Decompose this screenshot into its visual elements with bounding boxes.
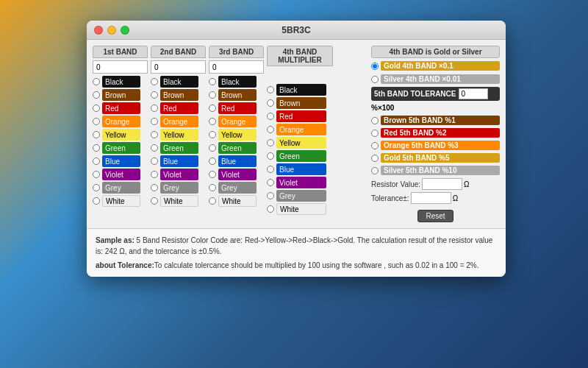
gold5-row[interactable]: Gold 5th BAND %5 xyxy=(371,152,500,163)
gold-4th-label: Gold 4th BAND ×0.1 xyxy=(381,61,500,71)
band-3-green[interactable]: Green xyxy=(209,142,264,154)
maximize-button[interactable] xyxy=(121,26,129,35)
brown5-row[interactable]: Brown 5th BAND %1 xyxy=(371,115,500,126)
silver5-row[interactable]: Silver 5th BAND %10 xyxy=(371,165,500,176)
gold-4th-row[interactable]: Gold 4th BAND ×0.1 xyxy=(371,60,500,71)
silver-4th-label: Silver 4th BAND ×0.01 xyxy=(381,74,500,84)
sample-bold: Sample as: xyxy=(96,236,135,244)
window-title: 5BR3C xyxy=(282,25,310,35)
band-4-brown[interactable]: Brown xyxy=(267,97,333,109)
band-3-orange[interactable]: Orange xyxy=(209,116,264,127)
band-4-black[interactable]: Black xyxy=(267,84,333,96)
silver5-label: Silver 5th BAND %10 xyxy=(381,166,500,175)
band-4-column: 4th BAND MULTIPLIER Black Brown Red Oran… xyxy=(267,46,333,222)
band-1-green[interactable]: Green xyxy=(93,142,148,154)
orange5-row[interactable]: Orange 5th BAND %3 xyxy=(371,140,500,151)
tolerance-line: about Tolerance:To calculate tolercance … xyxy=(96,260,497,271)
band-2-white[interactable]: White xyxy=(151,195,206,207)
band-3-black[interactable]: Black xyxy=(209,76,264,88)
band-3-column: 3rd BAND Black Brown Red Orange Yellow G… xyxy=(209,46,264,222)
band-3-yellow[interactable]: Yellow xyxy=(209,129,264,141)
tolerance-input[interactable] xyxy=(459,88,488,99)
right-panel: 4th BAND is Gold or Silver Gold 4th BAND… xyxy=(371,46,500,222)
tolerance-bold: about Tolerance: xyxy=(96,261,154,269)
gold5-radio[interactable] xyxy=(371,155,379,162)
silver5-radio[interactable] xyxy=(371,167,379,174)
bands-section: 1st BAND Black Brown Red Orange Yellow G… xyxy=(93,46,367,222)
band-1-column: 1st BAND Black Brown Red Orange Yellow G… xyxy=(93,46,148,222)
band-3-white[interactable]: White xyxy=(209,195,264,207)
sample-line: Sample as: 5 Band Resistor Color Code ar… xyxy=(96,235,497,257)
band-3-input[interactable] xyxy=(209,60,264,74)
silver-4th-radio[interactable] xyxy=(371,76,379,83)
band-2-input[interactable] xyxy=(151,60,206,74)
band-2-orange[interactable]: Orange xyxy=(151,116,206,127)
band-1-grey[interactable]: Grey xyxy=(93,182,148,194)
band-1-brown[interactable]: Brown xyxy=(93,89,148,101)
band-4-header: 4th BAND MULTIPLIER xyxy=(267,46,333,66)
band-2-violet[interactable]: Violet xyxy=(151,169,206,180)
band-2-black[interactable]: Black xyxy=(151,76,206,88)
resistor-value-input[interactable] xyxy=(422,178,462,190)
band-2-header: 2nd BAND xyxy=(151,46,206,58)
band-1-blue[interactable]: Blue xyxy=(93,155,148,167)
reset-button[interactable]: Reset xyxy=(417,210,453,222)
red5-label: Red 5th BAND %2 xyxy=(381,128,500,138)
band-2-yellow[interactable]: Yellow xyxy=(151,129,206,141)
red5-row[interactable]: Red 5th BAND %2 xyxy=(371,127,500,138)
band-1-white[interactable]: White xyxy=(93,195,148,207)
band-3-blue[interactable]: Blue xyxy=(209,155,264,167)
window-buttons xyxy=(94,26,129,35)
band-2-brown[interactable]: Brown xyxy=(151,89,206,101)
main-content: 1st BAND Black Brown Red Orange Yellow G… xyxy=(87,40,506,228)
band-4-grey[interactable]: Grey xyxy=(267,190,333,202)
silver-4th-row[interactable]: Silver 4th BAND ×0.01 xyxy=(371,74,500,85)
right-panel-header: 4th BAND is Gold or Silver xyxy=(371,46,500,58)
close-button[interactable] xyxy=(94,26,103,35)
band-3-violet[interactable]: Violet xyxy=(209,169,264,180)
band5-rows: Brown 5th BAND %1 Red 5th BAND %2 Orange… xyxy=(371,115,500,176)
tolerance-result-label: Tolerance±: xyxy=(371,194,409,202)
band-4-red[interactable]: Red xyxy=(267,110,333,122)
footer: Sample as: 5 Band Resistor Color Code ar… xyxy=(87,228,506,277)
brown5-radio[interactable] xyxy=(371,117,379,124)
main-window: 5BR3C 1st BAND Black Brown Red Orange Ye… xyxy=(87,21,506,277)
band-3-brown[interactable]: Brown xyxy=(209,89,264,101)
band-2-green[interactable]: Green xyxy=(151,142,206,154)
band-4-white[interactable]: White xyxy=(267,203,333,215)
band-1-input[interactable] xyxy=(93,60,148,74)
orange5-label: Orange 5th BAND %3 xyxy=(381,141,500,150)
titlebar: 5BR3C xyxy=(87,21,506,40)
band-1-black[interactable]: Black xyxy=(93,76,148,88)
minimize-button[interactable] xyxy=(107,26,116,35)
band-1-orange[interactable]: Orange xyxy=(93,116,148,127)
tolerance-text: To calculate tolercance should be multip… xyxy=(154,261,479,269)
band-4-yellow[interactable]: Yellow xyxy=(267,137,333,149)
band-4-blue[interactable]: Blue xyxy=(267,163,333,175)
resistor-value-label: Resistor Value: xyxy=(371,180,420,188)
band-1-header: 1st BAND xyxy=(93,46,148,58)
band-1-red[interactable]: Red xyxy=(93,102,148,114)
orange5-radio[interactable] xyxy=(371,142,379,149)
gold-4th-radio[interactable] xyxy=(371,63,379,70)
band-3-red[interactable]: Red xyxy=(209,102,264,114)
band-2-grey[interactable]: Grey xyxy=(151,182,206,194)
band-3-header: 3rd BAND xyxy=(209,46,264,58)
omega-1: Ω xyxy=(464,180,469,188)
tolerance-header: 5th BAND TOLERANCE xyxy=(371,87,500,101)
sample-text: 5 Band Resistor Color Code are: Red->Yel… xyxy=(96,236,492,255)
band-2-blue[interactable]: Blue xyxy=(151,155,206,167)
band-2-red[interactable]: Red xyxy=(151,102,206,114)
red5-radio[interactable] xyxy=(371,130,379,137)
band-1-yellow[interactable]: Yellow xyxy=(93,129,148,141)
gold5-label: Gold 5th BAND %5 xyxy=(381,153,500,163)
resistor-value-row: Resistor Value: Ω xyxy=(371,178,500,190)
band-3-grey[interactable]: Grey xyxy=(209,182,264,194)
percent-label: %×100 xyxy=(371,103,500,113)
tolerance-result-input[interactable] xyxy=(411,192,451,204)
band-4-green[interactable]: Green xyxy=(267,150,333,162)
band-4-orange[interactable]: Orange xyxy=(267,124,333,135)
band-1-violet[interactable]: Violet xyxy=(93,169,148,180)
band-4-violet[interactable]: Violet xyxy=(267,177,333,188)
reset-container: Reset xyxy=(371,208,500,222)
